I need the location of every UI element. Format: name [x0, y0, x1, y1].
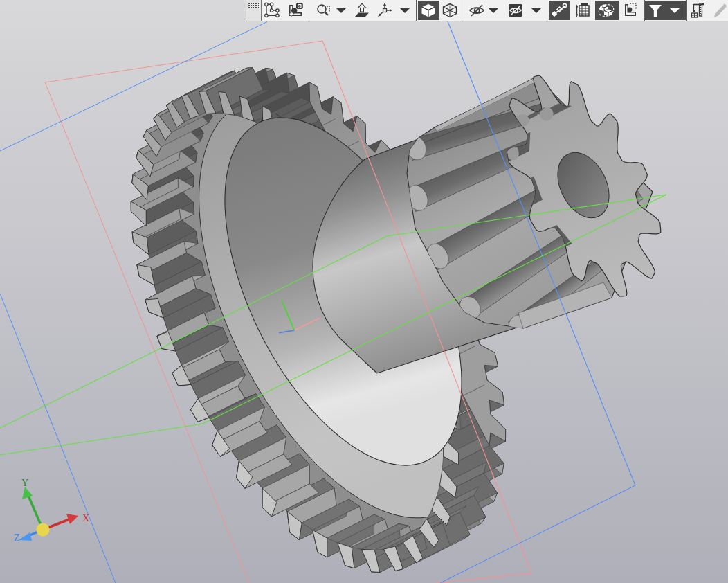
svg-text:X: X: [82, 513, 89, 523]
svg-text:Z: Z: [14, 532, 20, 543]
svg-text:Y: Y: [21, 478, 28, 488]
